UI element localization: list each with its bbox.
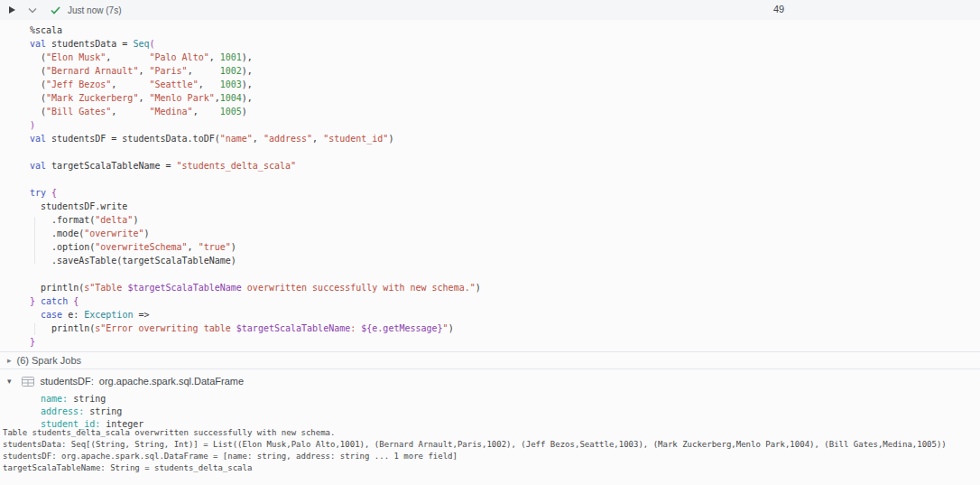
code-line[interactable]: [30, 173, 980, 186]
code-line[interactable]: [30, 145, 980, 159]
code-line[interactable]: val studentsData = Seq(: [30, 37, 980, 51]
stdout-line: studentsDF: org.apache.spark.sql.DataFra…: [3, 451, 980, 462]
result-variable-name: studentsDF:: [41, 376, 94, 387]
code-line[interactable]: ("Elon Musk", "Palo Alto", 1001),: [30, 51, 980, 64]
code-line[interactable]: %scala: [30, 23, 980, 37]
code-line[interactable]: .saveAsTable(targetScalaTableName): [30, 254, 980, 267]
schema-field: name: string: [41, 393, 980, 406]
code-line[interactable]: val studentsDF = studentsData.toDF("name…: [30, 132, 980, 145]
run-cell-button[interactable]: [8, 5, 16, 14]
code-line[interactable]: ("Bill Gates", "Medina", 1005): [30, 105, 980, 118]
indent-guide: [34, 323, 35, 335]
result-schema-panel: ▾ studentsDF: org.apache.spark.sql.DataF…: [0, 371, 980, 431]
stdout-line: Table students_delta_scala overwritten s…: [3, 427, 980, 439]
code-line[interactable]: ): [30, 118, 980, 132]
indent-guide: [34, 217, 35, 264]
code-line[interactable]: try {: [30, 186, 980, 200]
result-variable-type: org.apache.spark.sql.DataFrame: [99, 376, 244, 387]
dataframe-table-icon: [22, 377, 34, 387]
code-line[interactable]: ("Mark Zuckerberg", "Menlo Park",1004),: [30, 91, 980, 105]
cell-toolbar: Just now (7s) 49: [0, 0, 980, 20]
collapse-down-icon[interactable]: ▾: [7, 377, 12, 386]
code-line[interactable]: println(s"Table $targetScalaTableName ov…: [30, 281, 980, 294]
code-line[interactable]: .mode("overwrite"): [30, 227, 980, 240]
last-run-status: Just now (7s): [68, 5, 121, 15]
notebook-cell: Just now (7s) 49 %scalaval studentsData …: [0, 0, 980, 485]
code-line[interactable]: val targetScalaTableName = "students_del…: [30, 159, 980, 173]
dataframe-result-header[interactable]: ▾ studentsDF: org.apache.spark.sql.DataF…: [0, 374, 980, 388]
code-line[interactable]: [30, 267, 980, 281]
code-line[interactable]: } catch {: [30, 294, 980, 308]
schema-field-list: name: stringaddress: stringstudent_id: i…: [41, 393, 980, 431]
code-line[interactable]: .option("overwriteSchema", "true"): [30, 240, 980, 254]
code-line[interactable]: studentsDF.write: [30, 200, 980, 213]
code-line[interactable]: ("Bernard Arnault", "Paris", 1002),: [30, 64, 980, 78]
stdout-line: studentsData: Seq[(String, String, Int)]…: [3, 439, 980, 451]
code-editor[interactable]: %scalaval studentsData = Seq( ("Elon Mus…: [0, 20, 980, 349]
success-check-icon: [51, 6, 60, 14]
code-line[interactable]: ("Jeff Bezos", "Seattle", 1003),: [30, 78, 980, 91]
stdout-line: targetScalaTableName: String = students_…: [3, 462, 980, 474]
spark-jobs-label: (6) Spark Jobs: [17, 355, 82, 366]
code-line[interactable]: println(s"Error overwriting table $targe…: [30, 322, 980, 335]
expand-right-icon[interactable]: ▸: [7, 356, 12, 365]
code-line[interactable]: .format("delta"): [30, 213, 980, 227]
run-options-chevron-icon[interactable]: [28, 7, 37, 14]
cell-line-count: 49: [773, 4, 784, 14]
code-line[interactable]: case e: Exception =>: [30, 308, 980, 322]
stdout-output: Table students_delta_scala overwritten s…: [3, 427, 980, 474]
schema-field: address: string: [41, 406, 980, 418]
spark-jobs-toggle[interactable]: ▸ (6) Spark Jobs: [0, 351, 980, 369]
code-line[interactable]: }: [30, 335, 980, 349]
